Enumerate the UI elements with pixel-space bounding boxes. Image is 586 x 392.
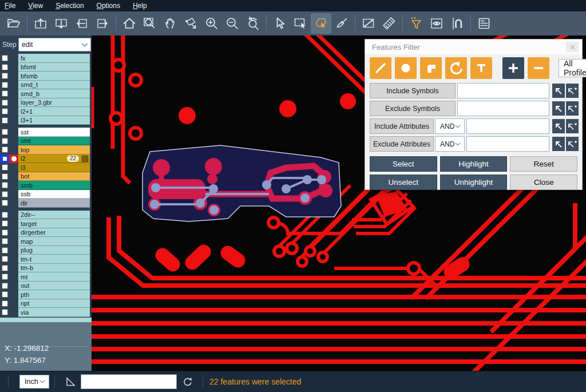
layer-row-bfsmt[interactable]: bfsmt (0, 63, 92, 72)
arc-tool-button[interactable] (445, 57, 467, 79)
pick-add-attributes-button[interactable] (566, 119, 579, 133)
layer-visibility-checkbox[interactable] (0, 237, 9, 246)
layer-row-mt[interactable]: mt (0, 272, 92, 282)
unselect-button[interactable]: Unselect (370, 175, 437, 190)
layer-visibility-checkbox-checked[interactable] (0, 155, 9, 164)
zoom-home-button[interactable] (119, 13, 140, 34)
pick-symbols-button[interactable] (552, 101, 565, 116)
layer-visibility-checkbox[interactable] (0, 299, 9, 308)
ruler-button[interactable] (379, 13, 399, 34)
unhighlight-button[interactable]: Unhighlight (440, 175, 508, 190)
layer-visibility-checkbox[interactable] (0, 137, 9, 146)
layer-row-l2-active[interactable]: l2 22 (0, 155, 92, 164)
menu-selection[interactable]: Selection (56, 2, 84, 10)
include-attributes-input[interactable] (466, 118, 549, 134)
layers-form-button[interactable] (474, 13, 494, 34)
layer-visibility-checkbox[interactable] (0, 163, 9, 172)
layer-row-plug[interactable]: plug (0, 246, 92, 255)
pick-add-attributes-button[interactable] (566, 137, 579, 151)
select-rectangle-button[interactable] (290, 13, 311, 34)
menu-options[interactable]: Options (97, 2, 120, 10)
zoom-out-button[interactable] (222, 13, 243, 34)
layer-visibility-checkbox[interactable] (0, 181, 9, 190)
layer-row-tm-b[interactable]: tm-b (0, 264, 92, 273)
exclude-symbols-input[interactable] (457, 101, 549, 116)
highlight-button[interactable]: Highlight (440, 156, 508, 172)
exclude-attributes-label[interactable]: Exclude Attributes (370, 136, 434, 152)
layer-row-smt[interactable]: smt (0, 137, 92, 146)
layer-row-bot[interactable]: bot (0, 172, 92, 181)
layer-row-via[interactable]: via (0, 308, 92, 317)
layer-visibility-checkbox[interactable] (0, 228, 9, 237)
pick-add-symbols-button[interactable] (566, 101, 579, 116)
pick-attributes-button[interactable] (552, 119, 565, 133)
close-button[interactable]: Close (510, 175, 577, 190)
layer-visibility-checkbox[interactable] (0, 63, 9, 72)
layer-row-sst[interactable]: sst (0, 128, 92, 137)
layer-visibility-checkbox[interactable] (0, 272, 9, 282)
layer-row-fx[interactable]: fx (0, 54, 92, 63)
layer-visibility-checkbox[interactable] (0, 98, 9, 108)
layer-row-top[interactable]: top (0, 145, 92, 155)
layer-row-layer_3[interactable]: layer_3.gbr (0, 98, 92, 108)
layer-row-l2plus1[interactable]: l2+1 (0, 107, 92, 116)
pad-tool-button[interactable] (395, 57, 417, 79)
layer-visibility-checkbox[interactable] (0, 308, 9, 317)
layer-row-smd_b[interactable]: smd_b (0, 89, 92, 98)
command-input[interactable] (81, 374, 177, 389)
menu-view[interactable]: View (28, 2, 43, 10)
layer-row-smd_t[interactable]: smd_t (0, 81, 92, 90)
open-folder-button[interactable] (3, 13, 24, 34)
include-symbols-input[interactable] (457, 83, 549, 98)
zoom-previous-button[interactable] (243, 13, 263, 34)
show-hide-button[interactable] (426, 13, 447, 34)
layer-row-tm-t[interactable]: tm-t (0, 255, 92, 264)
layer-row-2dir[interactable]: 2dir-- (0, 211, 92, 220)
layer-visibility-checkbox[interactable] (0, 72, 9, 81)
layer-visibility-checkbox[interactable] (0, 81, 9, 90)
layer-grid-icon[interactable] (82, 156, 88, 162)
layer-row-bfsmb[interactable]: bfsmb (0, 72, 92, 81)
pick-add-symbols-button[interactable] (566, 84, 579, 98)
pan-hand-button[interactable] (160, 13, 181, 34)
include-attributes-operator[interactable]: AND (435, 118, 465, 134)
layer-visibility-checkbox[interactable] (0, 219, 9, 228)
exclude-symbols-label[interactable]: Exclude Symbols (370, 101, 456, 116)
features-filter-button[interactable] (406, 13, 426, 34)
layer-visibility-checkbox[interactable] (0, 172, 9, 181)
layer-visibility-checkbox[interactable] (0, 282, 9, 291)
include-attributes-label[interactable]: Include Attributes (370, 118, 434, 134)
angle-snap-button[interactable] (65, 376, 76, 387)
snap-button[interactable] (447, 13, 468, 34)
profile-dropdown[interactable]: All Profile (559, 59, 586, 77)
layer-visibility-checkbox[interactable] (0, 255, 9, 264)
layer-visibility-checkbox[interactable] (0, 107, 9, 116)
measure-line-button[interactable] (358, 13, 379, 34)
layer-row-pth[interactable]: pth (0, 290, 92, 299)
reset-button[interactable]: Reset (510, 156, 577, 172)
refresh-button[interactable] (181, 376, 193, 387)
exclude-attributes-input[interactable] (466, 136, 549, 152)
layer-row-l3[interactable]: l3 (0, 163, 92, 172)
select-polygon-button[interactable] (311, 13, 331, 34)
layer-row-dirgerber[interactable]: dirgerber (0, 228, 92, 237)
layer-row-map[interactable]: map (0, 237, 92, 246)
layer-visibility-checkbox[interactable] (0, 290, 9, 299)
layer-row-smb[interactable]: smb (0, 181, 92, 190)
arrow-down-box-button[interactable] (51, 13, 72, 34)
pick-attributes-button[interactable] (552, 137, 565, 151)
arrow-right-box-button[interactable] (92, 13, 113, 34)
arrow-up-box-button[interactable] (30, 13, 51, 34)
layer-visibility-checkbox[interactable] (0, 89, 9, 98)
layer-visibility-checkbox[interactable] (0, 264, 9, 273)
dialog-title-bar[interactable]: Features Filter (365, 39, 582, 54)
layer-visibility-checkbox[interactable] (0, 211, 9, 220)
minus-filter-button[interactable] (528, 57, 549, 79)
menu-help[interactable]: Help (133, 2, 147, 10)
layer-visibility-checkbox[interactable] (0, 54, 9, 63)
dialog-close-button[interactable] (566, 42, 579, 52)
select-cursor-button[interactable] (270, 13, 290, 34)
arrow-left-box-button[interactable] (72, 13, 92, 34)
clear-brush-button[interactable] (331, 13, 352, 34)
select-button[interactable]: Select (370, 156, 437, 172)
